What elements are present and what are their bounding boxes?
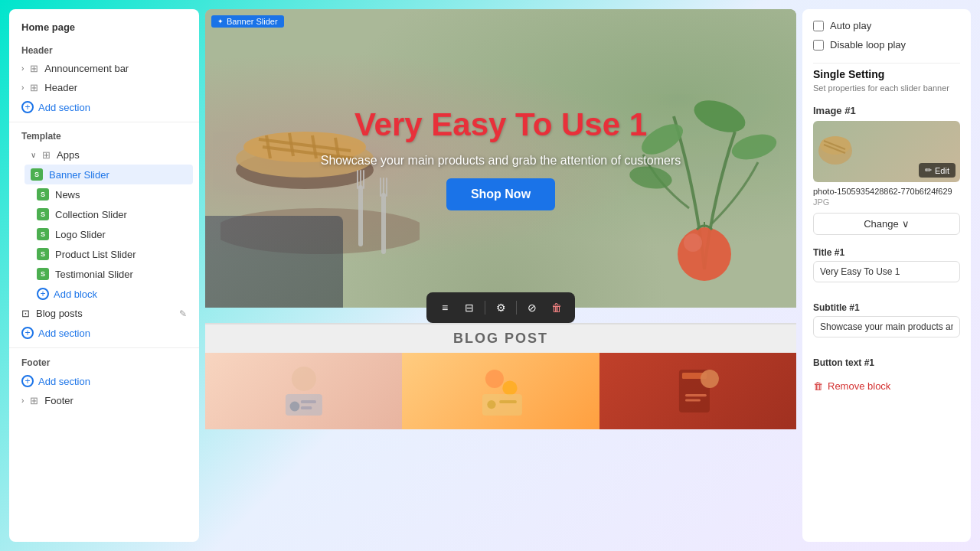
title-field-section: Title #1 (813, 247, 960, 290)
remove-block-button[interactable]: 🗑 Remove block (813, 380, 960, 392)
sidebar-item-banner-slider[interactable]: S Banner Slider (24, 165, 193, 184)
svg-point-22 (678, 227, 731, 281)
add-block-button[interactable]: + Add block (18, 284, 199, 304)
template-label: Template (21, 131, 61, 142)
s-badge-news: S (37, 188, 49, 201)
blog-grid-icon: ⊡ (21, 308, 30, 319)
svg-rect-38 (685, 394, 707, 396)
autoplay-checkbox[interactable] (813, 21, 824, 31)
autoplay-section: Auto play Disable loop play (813, 20, 960, 51)
toolbar-list-button[interactable]: ⊟ (459, 297, 480, 318)
plus-circle-template: + (21, 327, 34, 339)
single-setting-section: Single Setting Set properties for each s… (813, 68, 960, 93)
svg-rect-29 (301, 406, 312, 409)
left-sidebar: Home page Header › ⊞ Announcement bar › … (9, 9, 199, 542)
svg-rect-34 (499, 400, 516, 403)
title-field-input[interactable] (813, 261, 960, 282)
chevron-down-icon: ∨ (31, 151, 36, 159)
single-setting-title: Single Setting (813, 68, 960, 80)
add-section-header-button[interactable]: + Add section (9, 97, 199, 117)
chevron-down-icon: ∨ (902, 218, 910, 230)
collection-slider-label: Collection Slider (55, 209, 127, 220)
change-image-button[interactable]: Change ∨ (813, 213, 960, 235)
sidebar-item-blog-posts[interactable]: ⊡ Blog posts ✎ (9, 304, 199, 323)
toolbar-divider-1 (485, 301, 485, 315)
sidebar-item-header[interactable]: › ⊞ Header (9, 78, 199, 97)
footer-grid-icon: ⊞ (30, 395, 38, 406)
apps-icon: ⊞ (42, 149, 51, 161)
disable-loop-label: Disable loop play (830, 39, 906, 51)
add-section-header-label: Add section (38, 102, 90, 113)
shop-now-button[interactable]: Shop Now (446, 178, 555, 210)
add-section-footer-label: Add section (38, 376, 90, 387)
subtitle-field-label: Subtitle #1 (813, 302, 960, 313)
s-badge-logo: S (37, 228, 49, 240)
sidebar-item-logo-slider[interactable]: S Logo Slider (18, 224, 199, 244)
blog-image-2 (402, 353, 599, 429)
add-section-template-label: Add section (38, 328, 90, 339)
cloth-decoration (205, 216, 343, 308)
right-settings-panel: Auto play Disable loop play Single Setti… (802, 9, 971, 542)
template-section-header[interactable]: Template (9, 127, 199, 145)
s-badge-product: S (37, 248, 49, 260)
chevron-right-icon: › (21, 64, 24, 73)
add-section-footer-button[interactable]: + Add section (9, 371, 199, 391)
blog-posts-label: Blog posts (36, 308, 83, 319)
plus-circle-block: + (37, 288, 49, 300)
floating-toolbar: ≡ ⊟ ⚙ ⊘ 🗑 (205, 308, 796, 323)
sidebar-item-apps[interactable]: ∨ ⊞ Apps (18, 145, 199, 165)
single-setting-sub: Set properties for each slider banner (813, 83, 960, 93)
image-ext: JPG (813, 197, 960, 207)
logo-slider-label: Logo Slider (55, 229, 106, 240)
blog-image-1 (205, 353, 402, 429)
svg-point-37 (701, 370, 719, 388)
svg-point-30 (485, 370, 504, 388)
svg-point-31 (502, 380, 517, 395)
sidebar-item-collection-slider[interactable]: S Collection Slider (18, 204, 199, 224)
banner-slider-label: Banner Slider (49, 169, 109, 181)
footer-section-label: Footer (9, 353, 199, 371)
toolbar-align-left-button[interactable]: ≡ (434, 297, 456, 318)
svg-point-20 (729, 130, 779, 165)
image-edit-button[interactable]: ✏ Edit (919, 163, 956, 178)
svg-point-25 (292, 367, 316, 391)
add-section-template-button[interactable]: + Add section (9, 323, 199, 343)
plus-icon: + (21, 101, 34, 113)
announcement-bar-label: Announcement bar (44, 63, 129, 74)
image-preview: ✏ Edit (813, 121, 960, 182)
page-title: Home page (9, 18, 199, 41)
sidebar-item-footer[interactable]: › ⊞ Footer (9, 391, 199, 410)
sidebar-item-announcement-bar[interactable]: › ⊞ Announcement bar (9, 59, 199, 78)
sidebar-item-product-list[interactable]: S Product List Slider (18, 244, 199, 264)
subtitle-field-input[interactable] (813, 316, 960, 337)
blog-art-2 (422, 360, 580, 422)
disable-loop-checkbox[interactable] (813, 40, 824, 51)
divider-2 (9, 347, 199, 348)
subtitle-field-section: Subtitle #1 (813, 302, 960, 345)
plus-circle-footer: + (21, 375, 34, 387)
s-badge-testimonial: S (37, 268, 49, 280)
sidebar-item-news[interactable]: S News (18, 184, 199, 204)
toolbar-settings-button[interactable]: ⚙ (490, 297, 511, 318)
disable-loop-row: Disable loop play (813, 39, 960, 51)
main-canvas: ✦ Banner Slider (205, 9, 796, 542)
blog-image-3 (599, 353, 796, 429)
news-label: News (55, 189, 80, 201)
remove-block-label: Remove block (828, 380, 890, 392)
sidebar-item-testimonial[interactable]: S Testimonial Slider (18, 264, 199, 284)
banner-subtitle: Showcase your main products and grab the… (321, 154, 681, 168)
svg-point-19 (690, 94, 750, 139)
toolbar-block-button[interactable]: ⊘ (521, 297, 543, 318)
apps-label: Apps (57, 149, 80, 161)
panel-divider (813, 63, 960, 64)
add-block-label: Add block (54, 289, 97, 300)
toolbar-divider-2 (516, 301, 517, 315)
s-badge-banner: S (31, 168, 43, 181)
chevron-right-footer: › (21, 396, 24, 405)
blog-edit-icon[interactable]: ✎ (179, 308, 187, 319)
footer-label: Footer (44, 395, 74, 406)
toolbar-delete-button[interactable]: 🗑 (546, 297, 567, 318)
image-filename: photo-1505935428862-770b6f24f629 (813, 187, 960, 196)
header-label: Header (44, 82, 77, 93)
grid-icon: ⊞ (30, 63, 38, 74)
